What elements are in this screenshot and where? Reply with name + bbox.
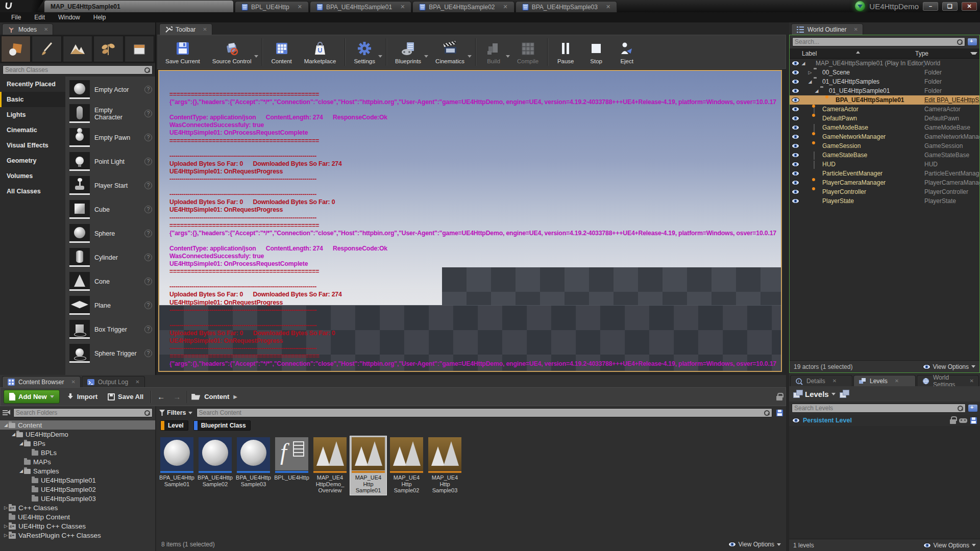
- tab-levels[interactable]: Levels✕: [853, 375, 916, 386]
- document-tab[interactable]: BPA_UE4HttpSample03✕: [516, 1, 617, 12]
- eye-icon[interactable]: [792, 180, 799, 185]
- eye-icon[interactable]: [792, 134, 799, 139]
- import-button[interactable]: Import: [64, 393, 101, 400]
- placeable-player-start[interactable]: Player Start?: [65, 173, 155, 197]
- placeable-cone[interactable]: Cone?: [65, 269, 155, 293]
- category-cinematic[interactable]: Cinematic: [0, 122, 65, 138]
- save-current-button[interactable]: Save Current: [159, 39, 206, 65]
- levels-search-input[interactable]: [794, 405, 957, 412]
- chevron-down-icon[interactable]: [468, 55, 472, 58]
- document-tab[interactable]: BPL_UE4Http✕: [235, 1, 309, 12]
- forward-button[interactable]: →: [171, 392, 183, 401]
- expanded-arrow-icon[interactable]: ◢: [11, 432, 16, 437]
- close-icon[interactable]: ✕: [832, 378, 837, 384]
- outliner-row[interactable]: ◢MAP_UE4HttpSample01 (Play In Editor)Wor…: [790, 59, 979, 68]
- lock-icon[interactable]: [776, 396, 782, 400]
- tab-output-log[interactable]: Output Log✕: [82, 376, 145, 387]
- back-button[interactable]: ←: [155, 392, 167, 401]
- level-details-icon[interactable]: [840, 390, 849, 398]
- asset-tile[interactable]: MAP_UE4 Http Sample03: [426, 436, 463, 495]
- expanded-arrow-icon[interactable]: ◢: [18, 441, 24, 446]
- filter-chip-blueprint-class[interactable]: Blueprint Class: [193, 420, 251, 431]
- placeable-empty-actor[interactable]: Empty Actor?: [65, 78, 155, 102]
- foliage-mode-button[interactable]: [93, 36, 123, 62]
- levels-dropdown[interactable]: Levels: [793, 390, 836, 398]
- folder-tree-row[interactable]: UE4HttpSample02: [0, 485, 155, 494]
- breadcrumb[interactable]: Content: [204, 393, 229, 400]
- settings-button[interactable]: Settings: [348, 39, 381, 65]
- asset-tile[interactable]: BPA_UE4Http Sample03: [235, 436, 272, 489]
- outliner-row[interactable]: ◢01_UE4HttpSample01Folder: [790, 86, 979, 95]
- collapsed-arrow-icon[interactable]: ▷: [3, 523, 9, 529]
- outliner-search-input[interactable]: [795, 38, 957, 45]
- expanded-arrow-icon[interactable]: ◢: [18, 468, 24, 473]
- menu-edit[interactable]: Edit: [28, 13, 51, 22]
- eye-icon[interactable]: [792, 143, 799, 148]
- chevron-down-icon[interactable]: [378, 55, 382, 58]
- folder-tree-row[interactable]: ◢Samples: [0, 466, 155, 475]
- world-outliner-tab[interactable]: World Outliner ✕: [791, 23, 863, 35]
- eye-icon[interactable]: [792, 198, 799, 204]
- document-tab[interactable]: MAP_UE4HttpSample01: [44, 0, 234, 12]
- expanded-arrow-icon[interactable]: ◢: [807, 79, 813, 84]
- placeable-point-light[interactable]: Point Light?: [65, 149, 155, 173]
- close-icon[interactable]: ✕: [298, 4, 302, 10]
- category-all-classes[interactable]: All Classes: [0, 184, 65, 199]
- eye-icon[interactable]: [792, 97, 799, 103]
- type-column-header[interactable]: Type: [915, 50, 970, 57]
- placeable-empty-character[interactable]: Empty Character?: [65, 102, 155, 126]
- content-view-options[interactable]: View Options: [728, 541, 781, 548]
- outliner-row[interactable]: ParticleEventManagerParticleEventManager: [790, 169, 979, 178]
- close-icon[interactable]: ✕: [970, 378, 974, 384]
- outliner-row[interactable]: DefaultPawnDefaultPawn: [790, 114, 979, 123]
- eject-button[interactable]: Eject: [611, 39, 642, 65]
- outliner-row[interactable]: HUDHUD: [790, 160, 979, 169]
- new-folder-icon[interactable]: [968, 38, 977, 45]
- folder-tree-row[interactable]: UE4HttpSample03: [0, 494, 155, 503]
- folder-tree-row[interactable]: ▷VaRestPlugin C++ Classes: [0, 531, 155, 540]
- outliner-row[interactable]: GameStateBaseGameStateBase: [790, 151, 979, 160]
- close-icon[interactable]: ✕: [503, 4, 508, 10]
- placeable-plane[interactable]: Plane?: [65, 293, 155, 317]
- label-column-header[interactable]: Label: [790, 50, 915, 57]
- outliner-row[interactable]: CameraActorCameraActor: [790, 105, 979, 114]
- tab-content-browser[interactable]: Content Browser✕: [2, 376, 81, 387]
- outliner-row[interactable]: ▷00_SceneFolder: [790, 68, 979, 77]
- menu-file[interactable]: File: [5, 13, 27, 22]
- add-new-button[interactable]: Add New: [4, 390, 60, 404]
- folder-tree-row[interactable]: ◢UE4HttpDemo: [0, 430, 155, 439]
- modes-tab[interactable]: Modes ✕: [2, 23, 53, 35]
- persistent-level-row[interactable]: Persistent Level: [789, 415, 980, 426]
- eye-icon[interactable]: [792, 61, 799, 66]
- maximize-button[interactable]: [942, 2, 958, 11]
- eye-icon[interactable]: [792, 418, 800, 423]
- save-search-icon[interactable]: [776, 410, 783, 416]
- chevron-down-icon[interactable]: [254, 55, 258, 58]
- category-basic[interactable]: Basic: [0, 92, 65, 107]
- document-tab[interactable]: BPA_UE4HttpSample01✕: [310, 1, 411, 12]
- expanded-arrow-icon[interactable]: ◢: [3, 422, 9, 428]
- placeable-cylinder[interactable]: Cylinder?: [65, 245, 155, 269]
- category-recently-placed[interactable]: Recently Placed: [0, 77, 65, 92]
- menu-help[interactable]: Help: [87, 13, 112, 22]
- category-lights[interactable]: Lights: [0, 107, 65, 122]
- toolbar-tab[interactable]: Toolbar ✕: [159, 23, 212, 35]
- outliner-row[interactable]: GameSessionGameSession: [790, 141, 979, 151]
- asset-tile[interactable]: BPL_UE4Http: [273, 436, 310, 483]
- eye-icon[interactable]: [792, 125, 799, 130]
- folder-tree-row[interactable]: ▷C++ Classes: [0, 503, 155, 512]
- chevron-down-icon[interactable]: [506, 55, 510, 58]
- close-icon[interactable]: ✕: [203, 27, 207, 32]
- eye-icon[interactable]: [792, 107, 799, 112]
- minimize-button[interactable]: [923, 2, 938, 11]
- landscape-mode-button[interactable]: [63, 36, 92, 62]
- lock-icon[interactable]: [950, 419, 956, 424]
- eye-icon[interactable]: [792, 153, 799, 158]
- eye-icon[interactable]: [792, 70, 799, 75]
- outliner-row[interactable]: PlayerControllerPlayerController: [790, 187, 979, 196]
- eye-icon[interactable]: [792, 171, 799, 176]
- close-icon[interactable]: ✕: [71, 379, 75, 385]
- collapsed-arrow-icon[interactable]: ▷: [807, 70, 813, 75]
- asset-tile[interactable]: MAP_UE4 HttpDemo_ Overview: [311, 436, 349, 495]
- asset-tile[interactable]: BPA_UE4Http Sample02: [197, 436, 234, 489]
